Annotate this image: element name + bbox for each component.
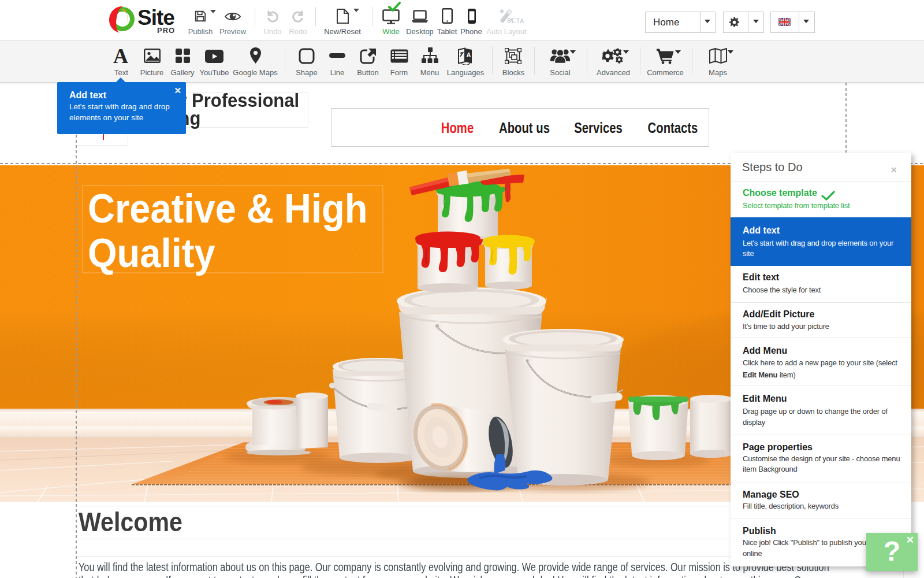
svg-text:A: A xyxy=(467,51,471,58)
svg-text:Quality: Quality xyxy=(88,231,215,276)
svg-text:Creative & High: Creative & High xyxy=(88,186,368,231)
